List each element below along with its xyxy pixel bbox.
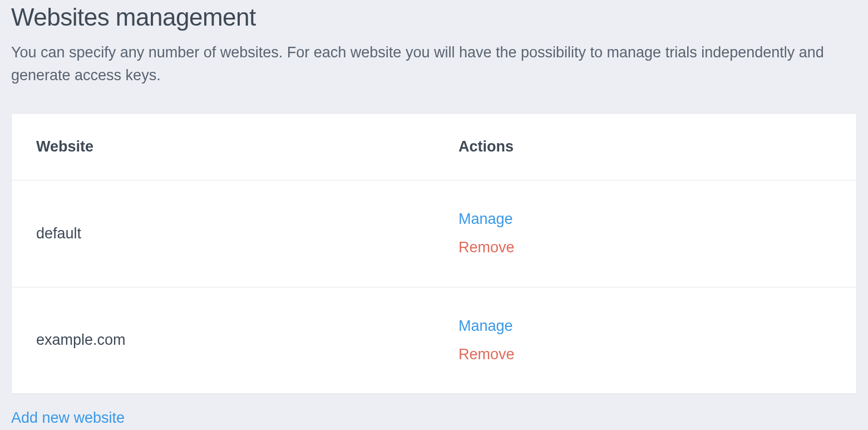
column-header-actions: Actions — [434, 114, 856, 180]
page-description: You can specify any number of websites. … — [11, 41, 857, 86]
actions-cell: Manage Remove — [434, 287, 856, 393]
column-header-website: Website — [12, 114, 434, 180]
remove-link[interactable]: Remove — [458, 340, 832, 369]
websites-table-container: Website Actions default Manage Remove ex… — [11, 113, 857, 394]
remove-link[interactable]: Remove — [458, 233, 832, 262]
add-website-link[interactable]: Add new website — [11, 409, 125, 427]
website-name-cell: example.com — [12, 287, 434, 393]
manage-link[interactable]: Manage — [458, 205, 832, 233]
table-row: example.com Manage Remove — [12, 287, 856, 393]
actions-cell: Manage Remove — [434, 180, 856, 287]
website-name-cell: default — [12, 180, 434, 287]
websites-table: Website Actions default Manage Remove ex… — [12, 114, 856, 393]
manage-link[interactable]: Manage — [458, 312, 832, 340]
page-title: Websites management — [11, 3, 857, 31]
table-row: default Manage Remove — [12, 180, 856, 287]
